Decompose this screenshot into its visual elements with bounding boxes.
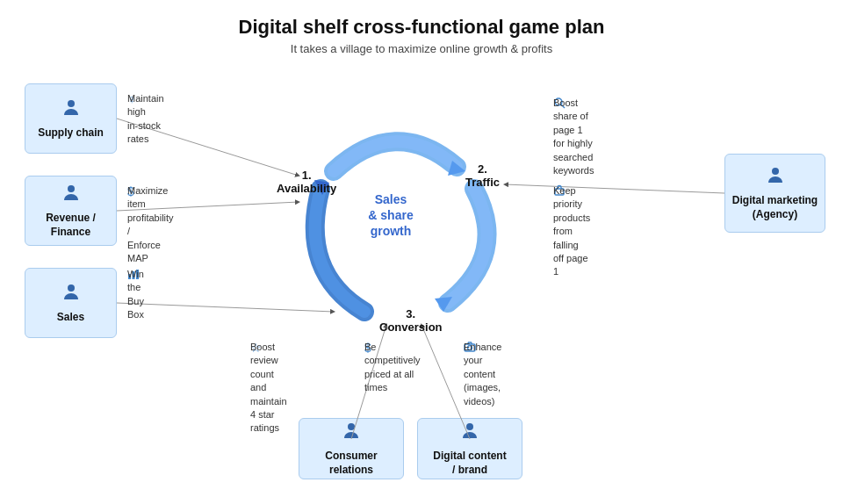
annotation-revenue-text: Maximize itemprofitability /Enforce MAP [127,184,174,265]
annotation-conversion2: $ Be competitivelypriced at alltimes [364,341,371,355]
annotation-conversion2-text: Be competitivelypriced at alltimes [364,341,421,395]
sales-label: Sales [57,311,84,325]
traffic-label: 2.Traffic [465,162,500,189]
annotation-sales-text: Win theBuy Box [127,268,144,322]
person-icon-digital-marketing [765,165,786,191]
annotation-conversion1-text: Boost review countand maintain4 star rat… [250,341,287,436]
card-supply-chain: Supply chain [25,83,117,154]
card-revenue-finance: Revenue /Finance [25,176,117,246]
annotation-conversion1: ☆ Boost review countand maintain4 star r… [250,341,262,355]
annotation-conversion3: Enhance yourcontent (images,videos) [464,341,476,356]
svg-line-14 [505,184,724,193]
svg-point-4 [348,423,355,430]
consumer-relations-label: Consumerrelations [325,450,377,477]
person-icon-sales [61,282,82,307]
svg-point-1 [68,185,75,192]
page-subtitle: It takes a village to maximize online gr… [0,42,843,55]
annotation-revenue: $ Maximize itemprofitability /Enforce MA… [127,184,134,198]
card-digital-content: Digital content/ brand [417,418,522,479]
center-sales-growth: Sales& sharegrowth [347,191,435,240]
svg-point-0 [68,100,75,107]
annotation-traffic1-text: Boost share of page 1for highly searched… [553,97,594,177]
svg-line-13 [117,303,334,312]
annotation-conversion3-text: Enhance yourcontent (images,videos) [464,341,501,408]
supply-chain-label: Supply chain [38,126,104,140]
annotation-traffic2: Keep priorityproducts fromfalling off pa… [553,184,566,199]
svg-point-3 [772,168,779,175]
person-icon-consumer [341,421,362,446]
digital-marketing-label: Digital marketing(Agency) [732,194,818,221]
annotation-supply-chain: ♀ Maintain highin-stock rates [127,92,137,106]
svg-point-5 [466,423,473,430]
card-digital-marketing: Digital marketing(Agency) [724,154,825,233]
revenue-finance-label: Revenue /Finance [46,212,96,239]
card-consumer-relations: Consumerrelations [299,418,404,479]
annotation-traffic2-text: Keep priorityproducts fromfalling off pa… [553,184,590,279]
annotation-sales: Win theBuy Box [127,268,140,283]
annotation-traffic1: Boost share of page 1for highly searched… [553,97,566,112]
page-title: Digital shelf cross-functional game plan [0,0,843,39]
person-icon-supply [61,97,82,123]
annotation-supply-chain-text: Maintain highin-stock rates [127,92,164,147]
card-sales: Sales [25,268,117,338]
conversion-label: 3.Conversion [379,307,443,334]
svg-point-2 [68,284,75,292]
digital-content-label: Digital content/ brand [433,450,506,477]
svg-marker-8 [448,161,465,176]
person-icon-revenue [61,183,82,208]
person-icon-digital-content [459,421,480,446]
availability-label: 1.Availability [277,169,336,195]
